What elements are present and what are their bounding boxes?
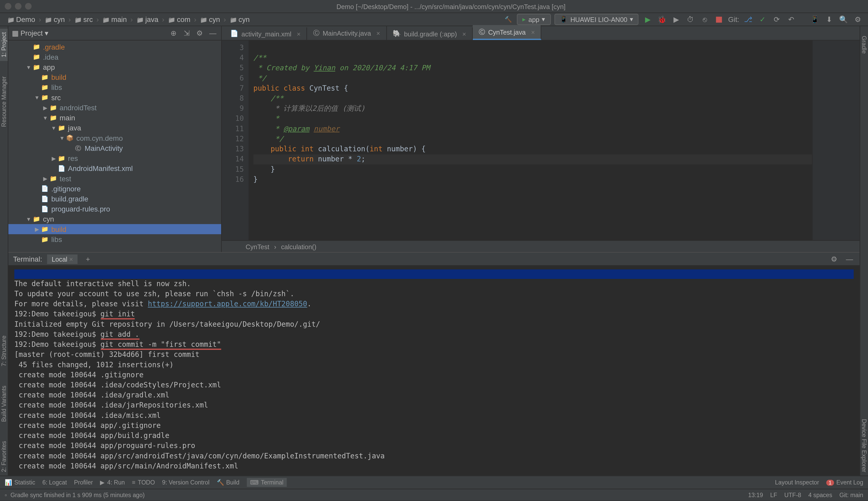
- tab-build-variants[interactable]: Build Variants: [0, 382, 8, 425]
- gear-icon[interactable]: ⚙: [195, 29, 204, 38]
- status-item[interactable]: Git: main: [839, 492, 863, 498]
- add-terminal-icon[interactable]: +: [83, 254, 94, 265]
- build-icon[interactable]: [503, 14, 514, 25]
- project-tree[interactable]: 📁.gradle 📁.idea▼📁app 📁build 📁libs▼📁src▶📁…: [8, 41, 221, 252]
- tool-window-button[interactable]: 1Event Log: [826, 479, 863, 486]
- tool-window-button[interactable]: ▶4: Run: [100, 478, 125, 487]
- stop-icon[interactable]: [714, 14, 724, 25]
- tree-item[interactable]: ▶📁res: [8, 153, 221, 163]
- tab-resource-manager[interactable]: Resource Manager: [0, 73, 8, 131]
- tree-item[interactable]: ▼📁main: [8, 113, 221, 122]
- status-item[interactable]: 4 spaces: [808, 492, 832, 498]
- git-label: Git:: [728, 15, 739, 23]
- window-title: Demo [~/Desktop/Demo] - .../cyn/src/main…: [39, 3, 863, 10]
- tree-item[interactable]: 📄AndroidManifest.xml: [8, 163, 221, 173]
- git-revert-icon[interactable]: ↶: [786, 14, 797, 25]
- status-bar: ▫ Gradle sync finished in 1 s 909 ms (5 …: [0, 489, 868, 500]
- hide-icon[interactable]: —: [208, 29, 218, 38]
- status-item[interactable]: 13:19: [748, 492, 763, 498]
- tree-item[interactable]: 📄.gitignore: [8, 184, 221, 194]
- tool-window-bar: 📊Statistic6: LogcatProfiler▶4: Run≡TODO9…: [0, 476, 868, 489]
- terminal-panel: Terminal: Local × + ⚙ — The default inte…: [8, 252, 859, 476]
- tree-item[interactable]: ▼📁java: [8, 122, 221, 133]
- tab-structure[interactable]: 7: Structure: [0, 332, 8, 370]
- git-branch-icon[interactable]: ⎇: [743, 14, 753, 25]
- tool-window-button[interactable]: 6: Logcat: [42, 478, 67, 487]
- status-item[interactable]: UTF-8: [784, 492, 801, 498]
- status-item[interactable]: LF: [770, 492, 777, 498]
- run-icon[interactable]: ▶: [642, 14, 653, 25]
- tab-favorites[interactable]: 2: Favorites: [0, 437, 8, 476]
- tree-item[interactable]: 📁.idea: [8, 52, 221, 62]
- terminal-tab-local[interactable]: Local ×: [47, 254, 78, 264]
- sdk-icon[interactable]: ⬇: [824, 14, 835, 25]
- avd-icon[interactable]: 📱: [809, 14, 821, 25]
- maximize-dot[interactable]: [25, 3, 32, 10]
- breadcrumb-item[interactable]: cyn: [227, 15, 252, 23]
- device-dropdown[interactable]: 📱HUAWEI LIO-AN00▾: [554, 14, 639, 25]
- breadcrumb: Demo›cyn›src›main›java›com›cyn›cyn: [5, 15, 252, 23]
- coverage-icon[interactable]: ▶: [671, 14, 682, 25]
- select-opened-icon[interactable]: ⊕: [169, 29, 178, 38]
- editor-tabs: 📄activity_main.xml×ⒸMainActivity.java×🐘b…: [222, 26, 859, 41]
- tree-item[interactable]: 📁libs: [8, 82, 221, 92]
- tab-device-explorer[interactable]: Device File Explorer: [860, 415, 868, 476]
- debug-icon[interactable]: 🐞: [657, 14, 668, 25]
- editor-tab[interactable]: 🐘build.gradle (:app)×: [387, 28, 473, 40]
- tree-item[interactable]: ▼📁app: [8, 62, 221, 72]
- tree-item[interactable]: 📁.gradle: [8, 42, 221, 52]
- editor-area: 📄activity_main.xml×ⒸMainActivity.java×🐘b…: [222, 26, 859, 252]
- terminal-hide-icon[interactable]: —: [844, 254, 855, 265]
- breadcrumb-item[interactable]: com: [166, 15, 193, 23]
- tab-project[interactable]: 1: Project: [0, 29, 8, 61]
- tool-window-button[interactable]: 📊Statistic: [5, 478, 35, 487]
- tree-item[interactable]: ▶📁test: [8, 173, 221, 184]
- tree-item[interactable]: ▼📁cyn: [8, 214, 221, 224]
- minimap[interactable]: [812, 41, 860, 240]
- tree-item[interactable]: ▶📁build: [8, 224, 221, 234]
- editor-tab[interactable]: ⒸCynTest.java×: [473, 25, 541, 40]
- breadcrumb-item[interactable]: Demo: [5, 15, 38, 23]
- left-gutter: 1: Project Resource Manager 7: Structure…: [0, 26, 8, 476]
- tree-item[interactable]: 📄proguard-rules.pro: [8, 204, 221, 214]
- git-commit-icon[interactable]: ✓: [757, 14, 768, 25]
- tab-gradle[interactable]: Gradle: [860, 32, 868, 57]
- tree-item[interactable]: 📁libs: [8, 234, 221, 244]
- run-config-dropdown[interactable]: app▾: [517, 14, 551, 25]
- tool-window-button[interactable]: ⌨Terminal: [247, 478, 287, 487]
- search-icon[interactable]: 🔍: [838, 14, 849, 25]
- tree-item[interactable]: ▼📦com.cyn.demo: [8, 133, 221, 143]
- editor-tab[interactable]: 📄activity_main.xml×: [224, 28, 307, 40]
- minimize-dot[interactable]: [15, 3, 21, 10]
- tool-window-button[interactable]: 🔨Build: [217, 478, 240, 487]
- status-message: Gradle sync finished in 1 s 909 ms (5 mi…: [10, 492, 145, 498]
- tree-item[interactable]: 📁build: [8, 72, 221, 82]
- tree-item[interactable]: ▶📁androidTest: [8, 103, 221, 113]
- breadcrumb-item[interactable]: java: [134, 15, 161, 23]
- tree-item[interactable]: ⒸMainActivity: [8, 143, 221, 153]
- attach-icon[interactable]: ⎋: [700, 14, 710, 25]
- ide-settings-icon[interactable]: ⚙: [853, 14, 863, 25]
- project-dropdown[interactable]: ▦ Project ▾: [12, 29, 48, 37]
- breadcrumb-item[interactable]: cyn: [42, 15, 67, 23]
- line-numbers: 345678910111213141516: [222, 41, 248, 240]
- tree-item[interactable]: 📄build.gradle: [8, 194, 221, 204]
- tool-window-button[interactable]: Layout Inspector: [775, 479, 819, 486]
- main-toolbar: Demo›cyn›src›main›java›com›cyn›cyn app▾ …: [0, 13, 868, 26]
- breadcrumb-item[interactable]: src: [72, 15, 95, 23]
- tool-window-button[interactable]: 9: Version Control: [162, 478, 209, 487]
- profiler-icon[interactable]: ⏱: [685, 14, 696, 25]
- breadcrumb-item[interactable]: main: [100, 15, 129, 23]
- breadcrumb-item[interactable]: cyn: [198, 15, 222, 23]
- status-icon[interactable]: ▫: [5, 492, 7, 498]
- git-history-icon[interactable]: ⟳: [771, 14, 782, 25]
- terminal-gear-icon[interactable]: ⚙: [829, 254, 839, 265]
- terminal-body[interactable]: The default interactive shell is now zsh…: [8, 266, 859, 476]
- collapse-icon[interactable]: ⇲: [182, 29, 191, 38]
- tree-item[interactable]: ▼📁src: [8, 93, 221, 103]
- code-editor[interactable]: /** * Created by Yinan on 2020/10/24 4:1…: [248, 41, 812, 240]
- tool-window-button[interactable]: ≡TODO: [132, 478, 155, 487]
- editor-tab[interactable]: ⒸMainActivity.java×: [307, 26, 387, 40]
- tool-window-button[interactable]: Profiler: [74, 478, 93, 487]
- close-dot[interactable]: [5, 3, 11, 10]
